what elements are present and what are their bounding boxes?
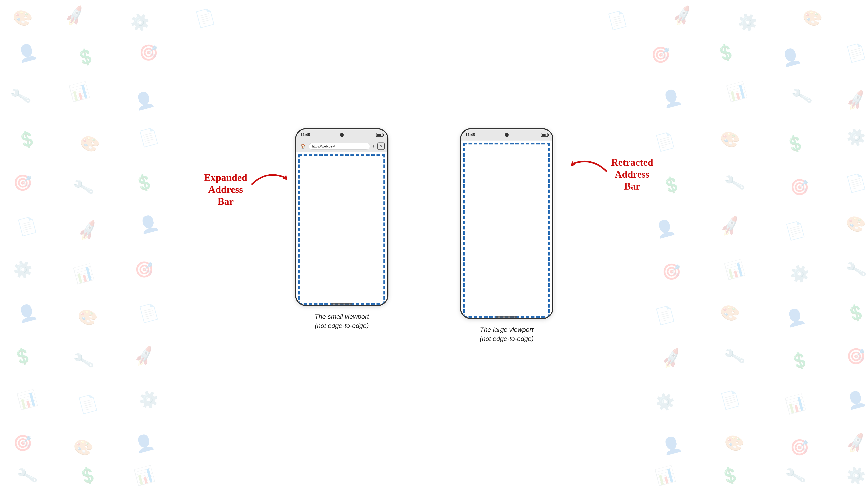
- retracted-arrow-svg: [561, 154, 609, 180]
- left-phone-frame: 11:45 🏠 https://web.dev/ + 5: [295, 128, 389, 306]
- left-phone-caption: The small viewport (not edge-to-edge): [315, 312, 369, 330]
- right-phone-frame: 11:45: [460, 128, 553, 319]
- left-caption-line1: The small viewport: [315, 313, 369, 320]
- left-phone-wrapper: Expanded Address Bar 11:45: [295, 128, 389, 330]
- right-battery-fill: [542, 134, 546, 136]
- right-battery-icon: [541, 133, 548, 137]
- tab-count-button[interactable]: 5: [377, 142, 385, 150]
- right-status-bar: 11:45: [461, 129, 552, 140]
- right-camera-dot: [505, 133, 509, 137]
- url-text: https://web.dev/: [312, 144, 335, 148]
- right-battery: [541, 133, 548, 137]
- left-status-bar: 11:45: [296, 129, 388, 140]
- right-status-time: 11:45: [465, 133, 475, 137]
- main-content: Expanded Address Bar 11:45: [0, 0, 868, 488]
- right-caption-line1: The large viewport: [480, 326, 534, 333]
- left-camera-dot: [340, 133, 344, 137]
- right-caption-line2: (not edge-to-edge): [480, 335, 534, 342]
- right-phone-content: [461, 140, 552, 319]
- retracted-label-text: Retracted Address Bar: [611, 156, 653, 192]
- url-bar[interactable]: https://web.dev/: [309, 143, 370, 150]
- phones-area: Expanded Address Bar 11:45: [295, 128, 573, 360]
- expanded-arrow-svg: [249, 167, 293, 193]
- right-dashed-viewport: [463, 143, 550, 318]
- retracted-label: Retracted Address Bar: [611, 156, 653, 192]
- left-battery-fill: [377, 134, 381, 136]
- left-phone-content: [296, 152, 388, 306]
- left-address-bar[interactable]: 🏠 https://web.dev/ + 5: [296, 140, 388, 152]
- left-home-indicator: [331, 303, 352, 304]
- left-battery-icon: [376, 133, 383, 137]
- left-battery: [376, 133, 383, 137]
- right-phone-caption: The large viewport (not edge-to-edge): [480, 325, 534, 343]
- add-tab-button[interactable]: +: [372, 143, 375, 149]
- left-caption-line2: (not edge-to-edge): [315, 322, 369, 329]
- home-button[interactable]: 🏠: [299, 142, 307, 150]
- right-phone-wrapper: Retracted Address Bar 11:45: [460, 128, 553, 343]
- right-home-indicator: [496, 317, 518, 318]
- expanded-label-text: Expanded Address Bar: [204, 171, 247, 207]
- left-status-time: 11:45: [301, 133, 310, 137]
- left-dashed-viewport: [299, 154, 385, 305]
- expanded-label: Expanded Address Bar: [204, 171, 247, 207]
